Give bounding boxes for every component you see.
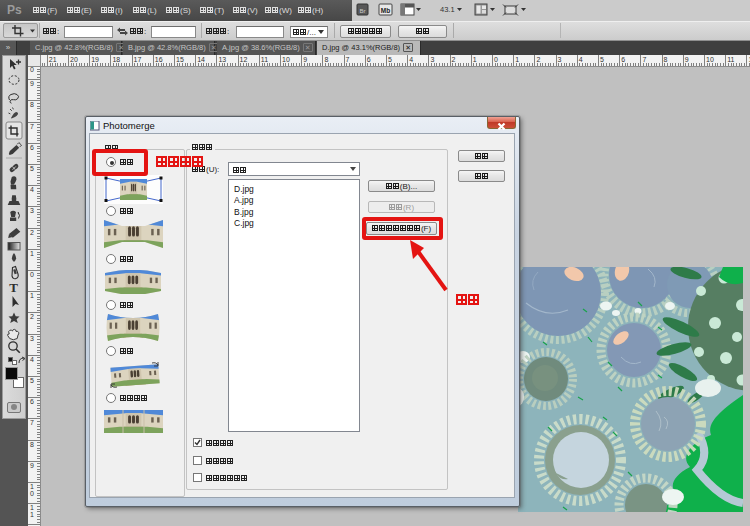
svg-text:T: T (9, 280, 18, 295)
svg-text:Mb: Mb (381, 7, 390, 14)
svg-text:43.1: 43.1 (440, 5, 455, 14)
svg-text:Br: Br (360, 8, 366, 14)
